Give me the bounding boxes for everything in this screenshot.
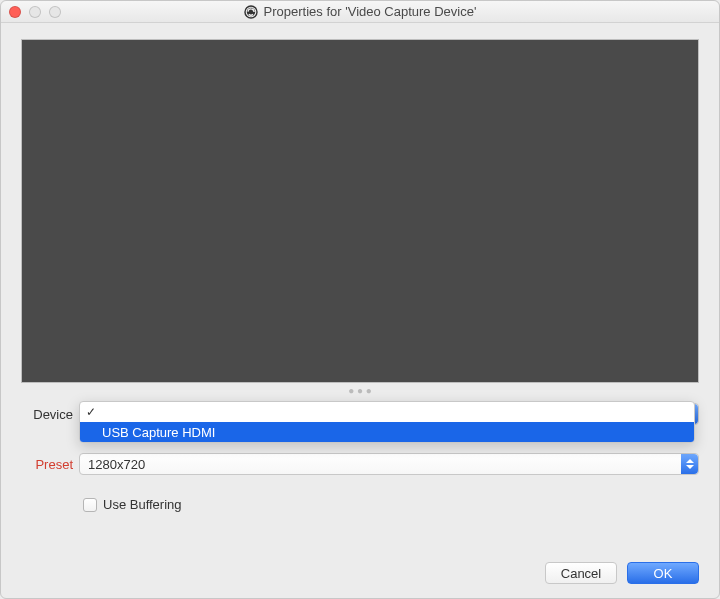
use-buffering-row: Use Buffering <box>83 497 699 512</box>
device-dropdown: ✓ USB Capture HDMI <box>79 401 695 443</box>
svg-point-0 <box>244 5 257 18</box>
svg-point-2 <box>246 7 254 15</box>
cancel-button-label: Cancel <box>561 566 601 581</box>
titlebar: Properties for 'Video Capture Device' <box>1 1 719 23</box>
window-minimize-button[interactable] <box>29 6 41 18</box>
checkmark-icon: ✓ <box>86 405 96 419</box>
cancel-button[interactable]: Cancel <box>545 562 617 584</box>
device-label: Device <box>21 407 79 422</box>
device-option-label: USB Capture HDMI <box>102 425 215 440</box>
preset-row: Preset 1280x720 <box>21 453 699 475</box>
use-buffering-checkbox[interactable] <box>83 498 97 512</box>
device-option-usb-capture-hdmi[interactable]: USB Capture HDMI <box>80 422 694 442</box>
device-option-blank[interactable]: ✓ <box>80 402 694 422</box>
ok-button[interactable]: OK <box>627 562 699 584</box>
preset-label: Preset <box>21 457 79 472</box>
obs-icon <box>244 5 258 19</box>
window-maximize-button[interactable] <box>49 6 61 18</box>
preset-select[interactable]: 1280x720 <box>79 453 699 475</box>
window-controls <box>1 6 61 18</box>
window-close-button[interactable] <box>9 6 21 18</box>
use-buffering-label: Use Buffering <box>103 497 182 512</box>
dialog-content: ● ● ● Device ✓ USB Capture HDMI Preset <box>1 23 719 598</box>
preset-select-value: 1280x720 <box>88 457 145 472</box>
svg-point-1 <box>245 6 256 17</box>
properties-form: Device ✓ USB Capture HDMI Preset 1280x72… <box>21 403 699 512</box>
device-row: Device ✓ USB Capture HDMI <box>21 403 699 425</box>
resize-handle-icon[interactable]: ● ● ● <box>21 385 699 395</box>
select-stepper-icon <box>681 454 698 474</box>
dialog-footer: Cancel OK <box>21 542 699 584</box>
window-title: Properties for 'Video Capture Device' <box>264 4 477 19</box>
video-preview <box>21 39 699 383</box>
ok-button-label: OK <box>654 566 673 581</box>
